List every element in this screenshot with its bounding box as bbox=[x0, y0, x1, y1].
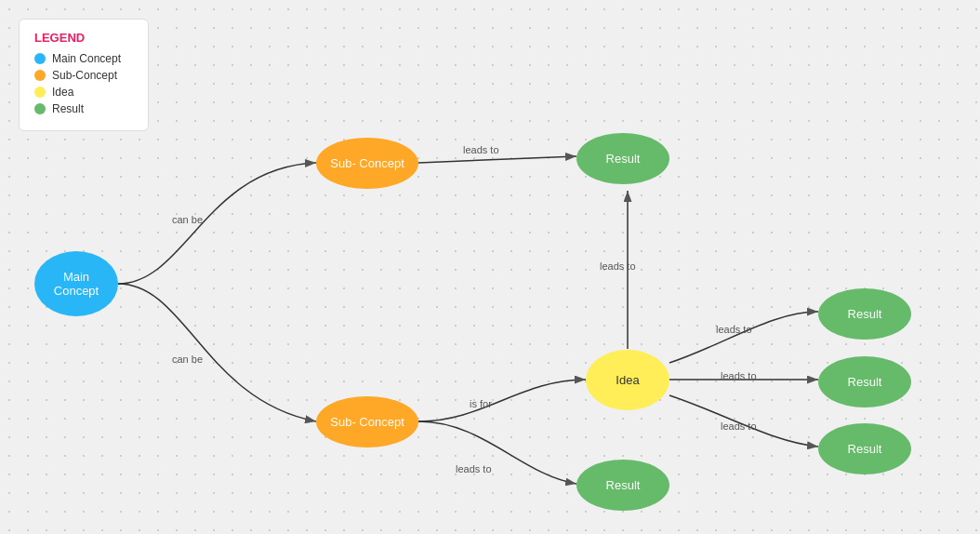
node-result-bot[interactable]: Result bbox=[576, 460, 669, 511]
node-result-mid1[interactable]: Result bbox=[818, 288, 911, 340]
node-sub2-label: Sub- Concept bbox=[330, 415, 404, 429]
node-result-mid3[interactable]: Result bbox=[818, 423, 911, 474]
edge-label-can-be-top: can be bbox=[172, 214, 203, 225]
legend-dot-main bbox=[34, 53, 46, 64]
node-result-mid1-label: Result bbox=[848, 307, 882, 321]
legend-item-sub: Sub-Concept bbox=[34, 69, 133, 82]
node-main-label: Main Concept bbox=[54, 270, 99, 298]
legend-dot-idea bbox=[34, 87, 46, 98]
node-sub-1[interactable]: Sub- Concept bbox=[316, 138, 418, 189]
node-main[interactable]: Main Concept bbox=[34, 251, 118, 316]
node-result-top[interactable]: Result bbox=[576, 133, 669, 184]
edge-label-can-be-bot: can be bbox=[172, 354, 203, 365]
edge-label-leads-to-r1: leads to bbox=[716, 324, 752, 335]
edge-label-leads-to-idea-top: leads to bbox=[600, 260, 636, 272]
legend: LEGEND Main Concept Sub-Concept Idea Res… bbox=[19, 19, 149, 131]
node-result-bot-label: Result bbox=[606, 478, 641, 492]
node-result-mid3-label: Result bbox=[848, 442, 882, 456]
node-idea-label: Idea bbox=[616, 373, 639, 387]
legend-title: LEGEND bbox=[34, 31, 133, 45]
legend-item-result: Result bbox=[34, 102, 133, 115]
legend-dot-sub bbox=[34, 70, 46, 81]
legend-label-idea: Idea bbox=[52, 86, 73, 99]
edge-label-leads-to-sub2-result: leads to bbox=[456, 463, 492, 474]
edge-label-is-for: is for bbox=[470, 398, 492, 409]
legend-label-main: Main Concept bbox=[52, 52, 121, 65]
node-sub-2[interactable]: Sub- Concept bbox=[316, 396, 418, 447]
edge-label-leads-to-r3: leads to bbox=[721, 421, 757, 432]
edge-label-leads-to-sub1: leads to bbox=[463, 144, 499, 155]
node-sub1-label: Sub- Concept bbox=[330, 156, 404, 170]
edge-label-leads-to-r2: leads to bbox=[721, 370, 757, 381]
node-result-mid2[interactable]: Result bbox=[818, 356, 911, 407]
legend-item-main: Main Concept bbox=[34, 52, 133, 65]
node-idea[interactable]: Idea bbox=[586, 350, 669, 410]
legend-item-idea: Idea bbox=[34, 86, 133, 99]
legend-label-sub: Sub-Concept bbox=[52, 69, 117, 82]
legend-dot-result bbox=[34, 103, 46, 114]
legend-label-result: Result bbox=[52, 102, 84, 115]
node-result-top-label: Result bbox=[606, 152, 641, 166]
node-result-mid2-label: Result bbox=[848, 375, 882, 389]
